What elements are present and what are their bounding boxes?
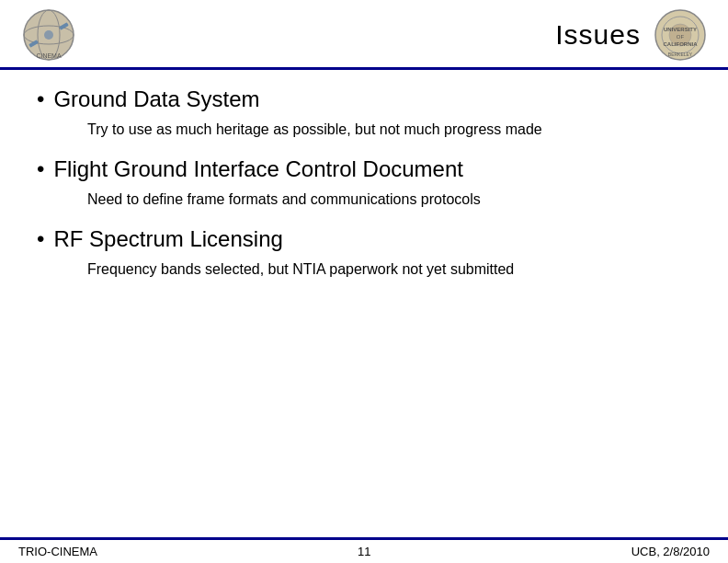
svg-text:CALIFORNIA: CALIFORNIA: [663, 41, 698, 47]
bullet-label-2: Flight Ground Interface Control Document: [53, 156, 463, 183]
bullet-item-1: • Ground Data System Try to use as much …: [37, 86, 691, 140]
svg-text:UNIVERSITY: UNIVERSITY: [663, 27, 696, 32]
bullet-main-2: • Flight Ground Interface Control Docume…: [37, 156, 691, 183]
bullet-label-1: Ground Data System: [53, 86, 259, 113]
svg-text:BERKELEY: BERKELEY: [667, 52, 692, 57]
sub-bullet-2: Need to define frame formats and communi…: [37, 189, 691, 210]
bullet-main-1: • Ground Data System: [37, 86, 691, 113]
main-content: • Ground Data System Try to use as much …: [0, 70, 728, 305]
footer-right-text: UCB, 2/8/2010: [631, 545, 710, 558]
svg-text:OF: OF: [676, 34, 684, 40]
footer: TRIO-CINEMA 11 UCB, 2/8/2010: [0, 537, 728, 563]
bullet-dot-2: •: [37, 156, 44, 183]
left-logo-icon: CINEMA: [22, 8, 75, 62]
title-area: Issues: [78, 19, 650, 51]
sub-bullet-1: Try to use as much heritage as possible,…: [37, 119, 691, 140]
logo-right: UNIVERSITY OF CALIFORNIA BERKELEY: [650, 9, 710, 60]
header: CINEMA Issues UNIVERSITY OF CALIFORNIA B…: [0, 0, 728, 70]
bullet-item-3: • RF Spectrum Licensing Frequency bands …: [37, 226, 691, 280]
sub-bullet-3: Frequency bands selected, but NTIA paper…: [37, 259, 691, 280]
logo-left: CINEMA: [18, 9, 78, 60]
footer-left-text: TRIO-CINEMA: [18, 545, 97, 558]
footer-page-number: 11: [358, 545, 370, 558]
right-logo-icon: UNIVERSITY OF CALIFORNIA BERKELEY: [654, 8, 707, 62]
bullet-item-2: • Flight Ground Interface Control Docume…: [37, 156, 691, 210]
bullet-dot-3: •: [37, 226, 44, 253]
svg-text:CINEMA: CINEMA: [36, 52, 62, 59]
bullet-label-3: RF Spectrum Licensing: [53, 226, 282, 253]
svg-point-3: [44, 30, 53, 40]
bullet-dot-1: •: [37, 86, 44, 113]
bullet-main-3: • RF Spectrum Licensing: [37, 226, 691, 253]
slide: CINEMA Issues UNIVERSITY OF CALIFORNIA B…: [0, 0, 728, 563]
slide-title: Issues: [555, 19, 641, 50]
